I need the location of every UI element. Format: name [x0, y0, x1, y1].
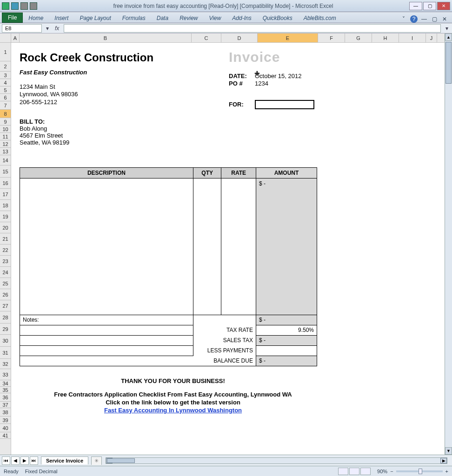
row-header[interactable]: 35 — [0, 387, 11, 393]
new-sheet-icon[interactable]: ✳ — [91, 456, 102, 465]
workbook-minimize-icon[interactable]: — — [420, 15, 428, 23]
row-header[interactable]: 13 — [0, 148, 11, 155]
selected-cell[interactable] — [255, 100, 314, 109]
file-tab[interactable]: File — [2, 13, 23, 23]
zoom-knob[interactable] — [419, 469, 422, 474]
zoom-in-icon[interactable]: + — [445, 469, 448, 474]
row-header[interactable]: 5 — [0, 86, 11, 94]
row-header[interactable]: 33 — [0, 369, 11, 380]
col-header[interactable]: J — [426, 33, 437, 42]
row-header[interactable]: 27 — [0, 300, 11, 311]
sheet-canvas[interactable]: Rock Creek Construction Fast Easy Constr… — [11, 43, 445, 455]
row-header[interactable]: 12 — [0, 140, 11, 148]
workbook-close-icon[interactable]: ✕ — [441, 15, 448, 23]
row-header[interactable]: 23 — [0, 256, 11, 267]
row-header[interactable]: 1 — [0, 43, 11, 61]
col-header[interactable]: B — [20, 33, 192, 42]
row-header[interactable]: 20 — [0, 222, 11, 233]
row-header[interactable]: 29 — [0, 324, 11, 335]
promo-link[interactable]: Fast Easy Accounting In Lynnwood Washing… — [104, 407, 242, 414]
row-header[interactable]: 14 — [0, 155, 11, 165]
tab-add-ins[interactable]: Add-Ins — [226, 13, 257, 23]
row-header[interactable]: 7 — [0, 101, 11, 110]
tab-nav-next-icon[interactable]: ▶ — [20, 456, 29, 465]
close-button[interactable]: ✕ — [437, 2, 450, 10]
row-header[interactable]: 3 — [0, 72, 11, 79]
tab-ablebits[interactable]: AbleBits.com — [298, 13, 342, 23]
tab-view[interactable]: View — [204, 13, 227, 23]
zoom-out-icon[interactable]: − — [390, 469, 393, 474]
view-page-break-icon[interactable] — [360, 468, 371, 475]
tab-page-layout[interactable]: Page Layout — [74, 13, 116, 23]
ribbon-minimize-icon[interactable]: ˅ — [400, 15, 407, 23]
name-box[interactable]: E8 — [2, 24, 42, 33]
fx-icon[interactable]: fx — [53, 25, 61, 32]
tab-nav-last-icon[interactable]: ⏭ — [30, 456, 38, 465]
row-header[interactable]: 15 — [0, 165, 11, 178]
row-header[interactable]: 36 — [0, 393, 11, 402]
row-header[interactable]: 11 — [0, 133, 11, 140]
tab-quickbooks[interactable]: QuickBooks — [257, 13, 298, 23]
row-header[interactable]: 24 — [0, 267, 11, 278]
col-header[interactable]: F — [318, 33, 345, 42]
row-header[interactable]: 41 — [0, 432, 11, 439]
row-header[interactable]: 34 — [0, 380, 11, 387]
row-header[interactable]: 40 — [0, 424, 11, 432]
row-header[interactable]: 31 — [0, 347, 11, 359]
col-header[interactable]: I — [399, 33, 426, 42]
row-header[interactable]: 6 — [0, 94, 11, 101]
vscroll-thumb[interactable] — [445, 42, 452, 84]
view-page-layout-icon[interactable] — [349, 468, 359, 475]
help-icon[interactable]: ? — [410, 15, 418, 23]
col-header[interactable]: E — [258, 33, 318, 42]
undo-icon[interactable] — [20, 2, 28, 10]
sheet-tab-active[interactable]: Service Invoice — [41, 456, 88, 464]
row-header[interactable]: 22 — [0, 245, 11, 256]
row-header[interactable]: 2 — [0, 61, 11, 72]
zoom-slider[interactable] — [396, 470, 443, 472]
row-header[interactable]: 37 — [0, 402, 11, 408]
workbook-restore-icon[interactable]: ▢ — [431, 15, 438, 23]
tab-insert[interactable]: Insert — [49, 13, 74, 23]
vertical-scrollbar[interactable]: ▲ ▼ — [445, 33, 452, 455]
save-icon[interactable] — [11, 2, 19, 10]
row-header[interactable]: 21 — [0, 233, 11, 245]
row-header[interactable]: 30 — [0, 335, 11, 347]
view-normal-icon[interactable] — [338, 468, 348, 475]
col-header[interactable]: C — [192, 33, 221, 42]
row-header[interactable]: 9 — [0, 118, 11, 126]
row-header[interactable]: 28 — [0, 311, 11, 324]
row-header[interactable]: 17 — [0, 189, 11, 200]
tab-nav-first-icon[interactable]: ⏮ — [2, 456, 10, 465]
select-all-corner[interactable] — [0, 33, 11, 43]
redo-icon[interactable] — [30, 2, 37, 10]
tab-home[interactable]: Home — [23, 13, 49, 23]
horizontal-scrollbar[interactable]: ◀ ▶ — [106, 457, 447, 464]
row-header[interactable]: 25 — [0, 278, 11, 289]
tab-nav-prev-icon[interactable]: ◀ — [11, 456, 20, 465]
scroll-down-icon[interactable]: ▼ — [445, 447, 452, 455]
scroll-up-icon[interactable]: ▲ — [445, 33, 452, 41]
tab-review[interactable]: Review — [174, 13, 203, 23]
row-header[interactable]: 8 — [0, 110, 11, 118]
maximize-button[interactable]: ▢ — [423, 2, 436, 10]
hscroll-thumb[interactable] — [107, 458, 135, 463]
row-header[interactable]: 18 — [0, 200, 11, 211]
row-header[interactable]: 26 — [0, 289, 11, 300]
col-header[interactable]: G — [345, 33, 372, 42]
col-header[interactable]: H — [372, 33, 399, 42]
row-header[interactable]: 10 — [0, 126, 11, 133]
hscroll-right-icon[interactable]: ▶ — [440, 458, 447, 463]
row-header[interactable]: 32 — [0, 359, 11, 369]
minimize-button[interactable]: — — [409, 2, 422, 10]
tab-data[interactable]: Data — [151, 13, 174, 23]
row-header[interactable]: 38 — [0, 408, 11, 416]
row-header[interactable]: 4 — [0, 79, 11, 86]
name-box-dropdown-icon[interactable]: ▾ — [45, 25, 50, 32]
row-header[interactable]: 19 — [0, 211, 11, 222]
row-header[interactable]: 16 — [0, 178, 11, 189]
formula-bar-expand-icon[interactable]: ▾ — [444, 25, 450, 32]
formula-input[interactable] — [64, 24, 441, 33]
col-header[interactable]: A — [11, 33, 20, 42]
tab-formulas[interactable]: Formulas — [117, 13, 151, 23]
